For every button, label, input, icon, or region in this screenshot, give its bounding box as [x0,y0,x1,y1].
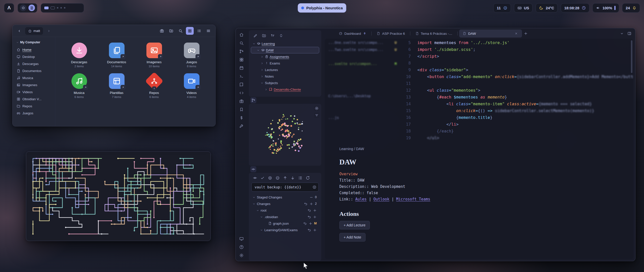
sidebar-item-documentos[interactable]: Documentos [15,67,53,74]
sidebar-item-desktop[interactable]: Desktop [15,53,53,60]
git-graph-icon[interactable] [238,48,245,54]
home-icon[interactable] [238,32,245,38]
download-icon[interactable] [290,175,295,180]
keyboard-layout-module[interactable]: US [514,3,533,13]
add-lecture-button[interactable]: + Add Lecture [339,221,370,229]
undo-icon[interactable] [307,209,311,212]
commit-message-input[interactable] [251,183,319,192]
explorer-item-desarrollo-cliente[interactable]: Desarrollo-Cliente [251,86,319,93]
list-icon[interactable] [298,175,303,180]
calendar-icon[interactable] [238,65,245,71]
new-tab-button[interactable] [522,30,529,37]
bookmark-icon[interactable] [238,107,245,113]
gear-icon[interactable] [314,106,319,111]
back-button[interactable] [16,27,23,35]
explorer-item-subjects[interactable]: Subjects [251,80,319,86]
panel-right-icon[interactable] [627,31,632,36]
undo-icon[interactable] [307,228,311,232]
camera-icon[interactable] [238,98,245,104]
explorer-item-notes[interactable]: Notes [251,73,319,80]
monitor-icon[interactable] [238,236,245,242]
plus-icon[interactable] [309,222,312,225]
chevron-down-icon[interactable] [619,31,625,36]
sidebar-item-home[interactable]: Home [15,46,53,53]
workspaces[interactable] [41,3,84,13]
media-player-widget[interactable]: Polyphia - Neurotica [298,3,346,13]
git-item-learning-daw-exams[interactable]: Learning/DAW/Exams [251,227,319,233]
link-microsoft-teams[interactable]: Microsoft Teams [396,197,430,201]
plus-icon[interactable] [313,209,317,212]
filter-icon[interactable] [314,113,319,118]
sidebar-item-descargas[interactable]: Descargas [15,60,53,67]
undo-icon[interactable] [303,222,307,225]
sidebar-item-juegos[interactable]: Juegos [15,110,53,117]
upload-icon[interactable] [283,175,288,180]
folder-tile-juegos[interactable]: Juegos 8 items [173,43,210,68]
close-tab-icon[interactable] [514,31,518,36]
workspace-dot[interactable] [57,7,58,9]
wrench-icon[interactable] [238,123,245,129]
explorer-item-learning[interactable]: Learning [251,40,319,47]
collapse-icon[interactable] [278,33,284,38]
notifications-module[interactable]: 24 [622,3,640,13]
commit-icon[interactable] [252,175,257,180]
folder-tile-videos[interactable]: Videos 4 items [173,73,210,98]
graph-view[interactable] [249,104,321,166]
grid-icon[interactable] [238,57,245,63]
undo-icon[interactable] [304,202,308,206]
git-item-changes[interactable]: Changes 2 [251,200,319,207]
minus-circle-icon[interactable] [275,175,280,180]
undo-icon[interactable] [307,215,311,219]
updates-module[interactable]: 11 [493,3,511,13]
book-icon[interactable] [238,82,245,88]
workspace-dot[interactable] [60,7,62,9]
link-aules[interactable]: Aules [355,197,367,201]
workspace-active-indicator[interactable] [44,7,49,9]
folder-plus-icon[interactable] [261,33,267,38]
add-note-button[interactable]: + Add Note [339,233,366,242]
folder-tile-repos[interactable]: Repos 6 items [135,73,173,98]
help-icon[interactable] [238,244,245,250]
dollar-icon[interactable] [238,115,245,121]
tab-asp-practice-6[interactable]: ASP Practice 6 [373,29,409,38]
check-icon[interactable] [260,175,265,180]
sidebar-item-videos[interactable]: Videos [15,88,53,95]
clear-input-icon[interactable] [312,185,317,190]
plus-icon[interactable] [313,215,317,219]
explorer-item-lectures[interactable]: Lectures [251,66,319,73]
folder-tile-descargas[interactable]: Descargas 2 items [60,43,98,68]
gear-icon[interactable] [238,252,245,258]
tab-daw[interactable]: DAW [459,29,522,38]
note-breadcrumb[interactable]: Learning / DAW [339,147,623,151]
note-icon[interactable] [28,5,35,11]
folder-tile-imagenes[interactable]: Imagenes 10 items [135,43,173,68]
weather-module[interactable]: 24°C [536,3,558,13]
scrollbar[interactable] [631,40,632,73]
volume-module[interactable]: 100% [592,3,619,13]
sidebar-header[interactable]: My Computer [15,40,53,46]
volume-slider[interactable] [614,6,616,10]
sidebar-item-musica[interactable]: Musica [15,74,53,81]
link-outlook[interactable]: Outlook [373,197,389,201]
plus-circle-icon[interactable] [267,175,272,180]
folder-tile-documentos[interactable]: Documentos 14 items [98,43,135,68]
git-item-root[interactable]: root [251,207,319,214]
forward-button[interactable] [45,27,53,35]
pencil-icon[interactable] [253,33,258,38]
list-view-icon[interactable] [195,27,203,35]
git-item-obsidian[interactable]: .obsidian [251,214,319,220]
search-icon[interactable] [238,40,245,46]
git-item-staged-changes[interactable]: Staged Changes 0 [251,194,319,200]
grid-icon[interactable] [186,27,194,35]
search-icon[interactable] [177,27,184,35]
plus-icon[interactable] [309,202,313,206]
sidebar-item-obsidian-v[interactable]: Obsidian V... [15,95,53,103]
minus-icon[interactable] [309,195,313,199]
explorer-item-exams[interactable]: Exams [251,60,319,66]
git-graph-icon[interactable] [250,97,256,103]
tab-tema-6-pr-cticas[interactable]: Tema 6 Prácticas -… [412,29,456,38]
clock-module[interactable]: 18:08:28 [561,3,589,13]
folder-tile-plantillas[interactable]: Plantillas 7 items [98,73,135,98]
explorer-item-assignments[interactable]: Assignments [251,53,319,60]
camera-icon[interactable] [158,27,166,35]
